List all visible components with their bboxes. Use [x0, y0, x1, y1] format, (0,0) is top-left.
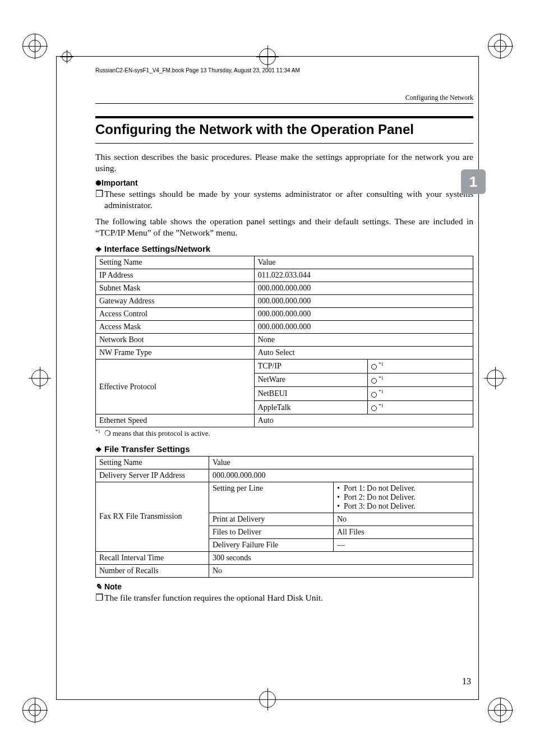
- table-row: Access Control000.000.000.000: [96, 307, 473, 320]
- interface-settings-table: Setting Name Value IP Address011.022.033…: [95, 256, 473, 428]
- gear-icon: ✺: [95, 179, 102, 187]
- note-label: Note: [104, 582, 122, 591]
- cell: Ethernet Speed: [96, 414, 255, 427]
- crop-line-left: [56, 56, 57, 700]
- sup: *1: [379, 389, 384, 394]
- file-transfer-table: Setting Name Value Delivery Server IP Ad…: [95, 456, 473, 578]
- important-bullet: ❒ These settings should be made by your …: [95, 188, 473, 211]
- port-line: • Port 2: Do not Deliver.: [337, 493, 469, 502]
- crosshair-left: [31, 370, 48, 386]
- table1-heading: ❖Interface Settings/Network: [95, 244, 473, 253]
- table-row: IP Address011.022.033.044: [96, 269, 473, 282]
- table2-title: File Transfer Settings: [104, 444, 190, 454]
- cell: NetWare: [254, 373, 367, 387]
- register-mark-tr: [488, 34, 513, 58]
- crop-line-top: [56, 56, 479, 57]
- cell: —: [333, 538, 473, 551]
- book-header: RussianC2-EN-sysF1_V4_FM.book Page 13 Th…: [95, 67, 473, 73]
- cell: 000.000.000.000: [209, 469, 473, 482]
- footnote: *1 ❍ means that this protocol is active.: [95, 428, 473, 438]
- table-row: Setting Name Value: [96, 256, 473, 269]
- cell: No: [209, 564, 473, 577]
- table-row: Recall Interval Time300 seconds: [96, 551, 473, 564]
- register-mark-bl: [22, 698, 47, 722]
- cell: IP Address: [96, 269, 255, 282]
- intro-paragraph: This section describes the basic procedu…: [95, 151, 473, 174]
- important-heading: ✺Important: [95, 178, 473, 187]
- cell: Setting per Line: [209, 482, 333, 513]
- page-number: 13: [462, 676, 471, 686]
- cell: 000.000.000.000: [254, 294, 473, 307]
- sup: *1: [379, 361, 384, 367]
- table1-title: Interface Settings/Network: [104, 244, 210, 253]
- bullet-icon: ❒: [95, 592, 104, 603]
- table-row: NW Frame TypeAuto Select: [96, 346, 473, 359]
- crop-line-bottom: [56, 699, 479, 700]
- table-row: Setting Name Value: [96, 456, 473, 469]
- circle-icon: [371, 392, 377, 398]
- cell: Delivery Server IP Address: [96, 469, 209, 482]
- important-label: Important: [102, 178, 138, 187]
- sup: *1: [379, 375, 384, 381]
- section-title: Configuring the Network with the Operati…: [95, 116, 473, 144]
- cell: NW Frame Type: [96, 346, 255, 359]
- table-row: Access Mask000.000.000.000: [96, 320, 473, 333]
- table-row: Ethernet SpeedAuto: [96, 414, 473, 427]
- footnote-text: ❍ means that this protocol is active.: [104, 430, 210, 438]
- small-register-tl: [62, 52, 72, 62]
- table-row: Number of RecallsNo: [96, 564, 473, 577]
- note-bullet: ❒ The file transfer function requires th…: [95, 592, 473, 603]
- cell: Effective Protocol: [96, 359, 255, 414]
- cell: Print at Delivery: [209, 513, 333, 525]
- header-setting-name: Setting Name: [96, 256, 255, 269]
- cell: All Files: [333, 525, 473, 538]
- cell: *1: [367, 400, 473, 414]
- header-setting-name: Setting Name: [96, 456, 209, 469]
- cell: Gateway Address: [96, 294, 255, 307]
- table-row: Network BootNone: [96, 333, 473, 346]
- cell: 000.000.000.000: [254, 282, 473, 294]
- table2-heading: ❖File Transfer Settings: [95, 444, 473, 454]
- sup: *1: [379, 403, 384, 408]
- cell: Recall Interval Time: [96, 551, 209, 564]
- register-mark-br: [488, 698, 513, 722]
- table-row: Delivery Server IP Address000.000.000.00…: [96, 469, 473, 482]
- port-line: • Port 3: Do not Deliver.: [337, 502, 469, 511]
- cell: *1: [367, 359, 473, 373]
- footnote-marker: *1: [95, 428, 100, 434]
- register-mark-tl: [22, 34, 47, 58]
- crosshair-right: [487, 370, 504, 386]
- cell: 300 seconds: [209, 551, 473, 564]
- cell: NetBEUI: [254, 387, 367, 401]
- diamond-icon: ❖: [95, 445, 102, 454]
- port-line: • Port 1: Do not Deliver.: [337, 484, 469, 493]
- cell: TCP/IP: [254, 359, 367, 373]
- note-bullet-text: The file transfer function requires the …: [104, 592, 323, 603]
- running-head: Configuring the Network: [95, 94, 473, 104]
- chapter-tab: 1: [461, 169, 486, 194]
- table-row: Fax RX File Transmission Setting per Lin…: [96, 482, 473, 513]
- circle-icon: [371, 405, 377, 411]
- note-heading: ✎ Note: [95, 582, 473, 591]
- cell: • Port 1: Do not Deliver. • Port 2: Do n…: [333, 482, 473, 513]
- cell: Files to Deliver: [209, 525, 333, 538]
- cell: Delivery Failure File: [209, 538, 333, 551]
- cell: *1: [367, 373, 473, 387]
- cell: Subnet Mask: [96, 282, 255, 294]
- pencil-icon: ✎: [95, 582, 102, 591]
- page-content: RussianC2-EN-sysF1_V4_FM.book Page 13 Th…: [90, 67, 479, 689]
- table-row: Effective Protocol TCP/IP *1: [96, 359, 473, 373]
- circle-icon: [371, 364, 377, 370]
- crosshair-top: [259, 48, 276, 65]
- header-value: Value: [254, 256, 473, 269]
- cell: Fax RX File Transmission: [96, 482, 209, 551]
- circle-icon: [371, 378, 377, 384]
- cell: 000.000.000.000: [254, 320, 473, 333]
- cell: Access Mask: [96, 320, 255, 333]
- cell: Auto Select: [254, 346, 473, 359]
- cell: AppleTalk: [254, 400, 367, 414]
- cell: Access Control: [96, 307, 255, 320]
- cell: Network Boot: [96, 333, 255, 346]
- cell: 011.022.033.044: [254, 269, 473, 282]
- cell: Auto: [254, 414, 473, 427]
